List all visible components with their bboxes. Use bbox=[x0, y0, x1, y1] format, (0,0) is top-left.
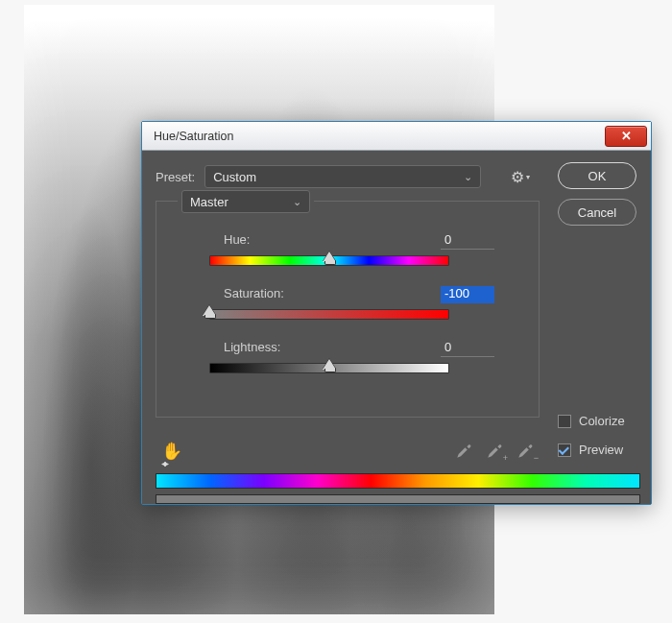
sliders-panel: Master ⌄ Hue: 0 Saturation: -100 Lightne… bbox=[156, 201, 540, 418]
chevron-down-icon: ▾ bbox=[526, 173, 530, 181]
eyedropper-button[interactable] bbox=[455, 443, 472, 460]
eyedropper-plus-icon bbox=[486, 443, 503, 460]
saturation-thumb[interactable] bbox=[203, 305, 216, 316]
preview-checkbox-row[interactable]: Preview bbox=[558, 443, 623, 457]
eyedropper-plus-button[interactable]: + bbox=[486, 443, 503, 460]
dialog-title: Hue/Saturation bbox=[154, 130, 233, 143]
cancel-button[interactable]: Cancel bbox=[558, 199, 636, 226]
eyedropper-minus-icon bbox=[516, 443, 534, 460]
preset-select[interactable]: Custom ⌄ bbox=[204, 165, 481, 188]
gear-icon: ⚙ bbox=[511, 168, 524, 186]
lightness-thumb[interactable] bbox=[323, 359, 336, 370]
channel-select-wrap: Master ⌄ bbox=[178, 190, 314, 213]
ok-label: OK bbox=[588, 169, 607, 183]
titlebar[interactable]: Hue/Saturation ✕ bbox=[142, 122, 651, 151]
colorize-checkbox-row[interactable]: Colorize bbox=[558, 414, 625, 428]
preset-label: Preset: bbox=[156, 170, 195, 184]
hue-thumb[interactable] bbox=[323, 252, 336, 262]
hue-saturation-dialog: Hue/Saturation ✕ Preset: Custom ⌄ ⚙▾ OK … bbox=[141, 121, 652, 505]
channel-value: Master bbox=[190, 195, 228, 209]
eyedropper-minus-button[interactable]: − bbox=[516, 443, 534, 460]
preview-checkbox[interactable] bbox=[558, 443, 571, 457]
saturation-track[interactable] bbox=[209, 309, 449, 320]
eyedropper-group: + − bbox=[455, 443, 534, 460]
hue-value-input[interactable]: 0 bbox=[441, 232, 494, 250]
chevron-down-icon: ⌄ bbox=[293, 196, 301, 208]
hue-label: Hue: bbox=[224, 232, 250, 247]
channel-select[interactable]: Master ⌄ bbox=[181, 190, 310, 213]
hue-spectrum-bar[interactable] bbox=[156, 473, 640, 489]
colorize-label: Colorize bbox=[579, 414, 625, 428]
colorize-checkbox[interactable] bbox=[558, 415, 571, 428]
lightness-label: Lightness: bbox=[224, 340, 280, 354]
cancel-label: Cancel bbox=[578, 205, 616, 220]
minus-badge: − bbox=[534, 453, 539, 463]
output-spectrum-bar[interactable] bbox=[156, 494, 640, 504]
lightness-value-input[interactable]: 0 bbox=[441, 340, 494, 357]
saturation-value-input[interactable]: -100 bbox=[441, 286, 494, 303]
close-icon: ✕ bbox=[621, 129, 632, 143]
plus-badge: + bbox=[503, 453, 508, 463]
eyedropper-icon bbox=[455, 443, 472, 460]
preset-options-button[interactable]: ⚙▾ bbox=[511, 168, 530, 186]
chevron-down-icon: ⌄ bbox=[464, 171, 472, 183]
ok-button[interactable]: OK bbox=[558, 162, 636, 189]
close-button[interactable]: ✕ bbox=[605, 126, 647, 147]
preset-value: Custom bbox=[213, 170, 256, 184]
saturation-label: Saturation: bbox=[224, 286, 284, 300]
preset-row: Preset: Custom ⌄ bbox=[156, 165, 481, 188]
dialog-body: Preset: Custom ⌄ ⚙▾ OK Cancel Master ⌄ H… bbox=[142, 151, 651, 504]
scrubby-hand-button[interactable]: ✋ ◂▸ bbox=[161, 441, 182, 468]
preview-label: Preview bbox=[579, 443, 623, 457]
